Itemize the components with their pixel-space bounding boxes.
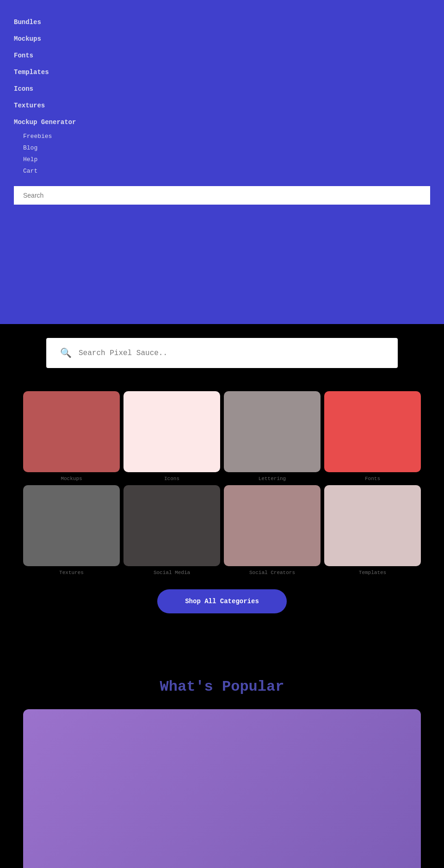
popular-title: What's Popular <box>23 678 421 695</box>
cat-item[interactable]: Icons <box>123 391 220 481</box>
categories-grid-row1: MockupsIconsLetteringFonts <box>23 391 421 481</box>
cat-thumbnail <box>324 391 421 472</box>
nav-sub-cart[interactable]: Cart <box>23 165 430 177</box>
nav-item-fonts[interactable]: Fonts <box>14 47 430 64</box>
nav-sub-items: Freebies Blog Help Cart <box>14 131 430 177</box>
shop-all-button[interactable]: Shop All Categories <box>157 589 287 613</box>
nav-item-mockups[interactable]: Mockups <box>14 31 430 47</box>
cat-thumbnail <box>23 391 120 472</box>
cat-label: Social Media <box>154 570 190 575</box>
categories-grid-row2: TexturesSocial MediaSocial CreatorsTempl… <box>23 485 421 575</box>
popular-hero-image <box>23 709 421 868</box>
main-search-section: 🔍 <box>0 324 444 382</box>
cat-thumbnail <box>23 485 120 566</box>
cat-item[interactable]: Social Creators <box>224 485 321 575</box>
nav-sub-blog[interactable]: Blog <box>23 142 430 154</box>
cat-item[interactable]: Social Media <box>123 485 220 575</box>
cat-item[interactable]: Lettering <box>224 391 321 481</box>
nav-item-textures[interactable]: Textures <box>14 97 430 114</box>
cat-item[interactable]: Textures <box>23 485 120 575</box>
cat-item[interactable]: Mockups <box>23 391 120 481</box>
cat-label: Templates <box>359 570 386 575</box>
nav-search-input-left[interactable] <box>14 186 116 205</box>
categories-section: MockupsIconsLetteringFonts TexturesSocia… <box>0 382 444 641</box>
nav-item-mockup-generator[interactable]: Mockup Generator <box>14 114 430 131</box>
cat-label: Icons <box>164 476 179 481</box>
cat-thumbnail <box>224 485 321 566</box>
popular-section: What's Popular <box>0 641 444 868</box>
cat-thumbnail <box>224 391 321 472</box>
nav-panel: BundlesMockupsFontsTemplatesIconsTexture… <box>0 0 444 324</box>
cat-label: Mockups <box>61 476 82 481</box>
cat-thumbnail <box>324 485 421 566</box>
nav-item-bundles[interactable]: Bundles <box>14 14 430 31</box>
search-icon: 🔍 <box>60 347 72 359</box>
cat-label: Social Creators <box>249 570 295 575</box>
cat-label: Textures <box>59 570 84 575</box>
cat-label: Fonts <box>365 476 380 481</box>
nav-item-templates[interactable]: Templates <box>14 64 430 81</box>
cat-label: Lettering <box>259 476 286 481</box>
nav-search-bar <box>14 186 430 205</box>
main-search-input[interactable] <box>79 349 384 357</box>
cat-thumbnail <box>123 391 220 472</box>
cat-item[interactable]: Fonts <box>324 391 421 481</box>
nav-search-input-right[interactable] <box>116 186 430 205</box>
nav-item-icons[interactable]: Icons <box>14 81 430 97</box>
main-search-box: 🔍 <box>46 338 398 368</box>
cat-thumbnail <box>123 485 220 566</box>
nav-sub-help[interactable]: Help <box>23 154 430 165</box>
nav-sub-freebies[interactable]: Freebies <box>23 131 430 142</box>
cat-item[interactable]: Templates <box>324 485 421 575</box>
shop-all-wrap: Shop All Categories <box>23 589 421 613</box>
